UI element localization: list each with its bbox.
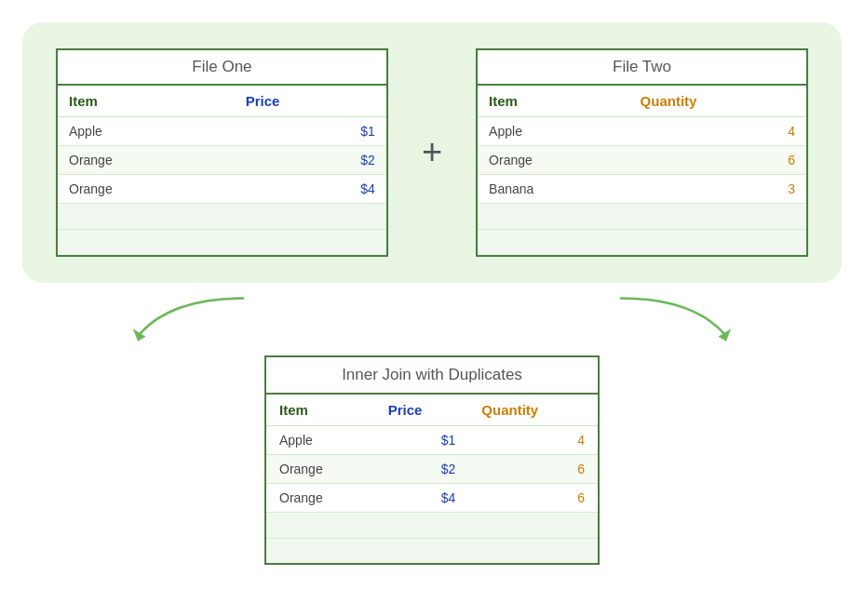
result-title-row: Inner Join with Duplicates: [265, 356, 599, 394]
r-empty-2: [375, 512, 469, 538]
f1-item-2: Orange: [57, 146, 235, 175]
r-empty-3: [468, 512, 599, 538]
table-row: [477, 230, 807, 256]
result-table: Inner Join with Duplicates Item Price Qu…: [264, 355, 600, 566]
f1-empty-1: [57, 204, 235, 230]
f1-price-2: $2: [235, 146, 387, 175]
f1-empty-3: [57, 230, 235, 256]
f2-item-1: Apple: [477, 117, 628, 146]
table-row: Apple 4: [477, 117, 807, 146]
r-empty-6: [468, 538, 599, 564]
r-qty-3: 6: [468, 483, 599, 512]
file-one-title: File One: [57, 49, 387, 85]
file-one-price-header: Price: [235, 85, 387, 117]
file-two-title-row: File Two: [477, 49, 807, 85]
f2-qty-2: 6: [629, 146, 807, 175]
arrow-section: [22, 290, 842, 355]
f2-qty-1: 4: [629, 117, 807, 146]
plus-sign: +: [422, 132, 442, 172]
result-body: Apple $1 4 Orange $2 6 Orange $4 6: [265, 425, 599, 564]
f1-empty-2: [235, 204, 387, 230]
result-table-wrapper: Inner Join with Duplicates Item Price Qu…: [264, 355, 600, 566]
table-row: [57, 230, 387, 256]
file-two-title: File Two: [477, 49, 807, 85]
f2-item-2: Orange: [477, 146, 628, 175]
f1-price-3: $4: [235, 175, 387, 204]
file-one-title-row: File One: [57, 49, 387, 85]
r-price-1: $1: [375, 425, 469, 454]
r-price-2: $2: [375, 454, 469, 483]
f1-item-3: Orange: [57, 175, 235, 204]
table-row: [477, 204, 807, 230]
file-one-body: Apple $1 Orange $2 Orange $4: [57, 117, 387, 256]
f2-item-3: Banana: [477, 175, 628, 204]
r-item-3: Orange: [265, 483, 375, 512]
table-row: Banana 3: [477, 175, 807, 204]
f1-item-1: Apple: [57, 117, 235, 146]
r-empty-5: [375, 538, 469, 564]
result-item-header: Item: [265, 394, 375, 426]
r-empty-4: [265, 538, 375, 564]
f2-empty-2: [629, 204, 807, 230]
file-one-table: File One Item Price Apple $1 Orange $2 O…: [56, 48, 388, 257]
top-section: File One Item Price Apple $1 Orange $2 O…: [22, 22, 842, 283]
table-row: Orange $4 6: [265, 483, 599, 512]
file-two-wrapper: File Two Item Quantity Apple 4 Orange 6 …: [476, 48, 808, 257]
file-two-header-row: Item Quantity: [477, 85, 807, 117]
r-qty-1: 4: [468, 425, 599, 454]
table-row: [265, 538, 599, 564]
result-quantity-header: Quantity: [468, 394, 599, 426]
table-row: [265, 512, 599, 538]
file-one-item-header: Item: [57, 85, 235, 117]
r-price-3: $4: [375, 483, 469, 512]
result-header-row: Item Price Quantity: [265, 394, 599, 426]
table-row: Apple $1: [57, 117, 387, 146]
table-row: Apple $1 4: [265, 425, 599, 454]
file-two-item-header: Item: [477, 85, 628, 117]
table-row: [57, 204, 387, 230]
left-arrow-icon: [78, 290, 264, 346]
bottom-section: Inner Join with Duplicates Item Price Qu…: [22, 355, 842, 566]
r-qty-2: 6: [468, 454, 599, 483]
f2-empty-1: [477, 204, 628, 230]
file-two-body: Apple 4 Orange 6 Banana 3: [477, 117, 807, 256]
table-row: Orange $2 6: [265, 454, 599, 483]
table-row: Orange 6: [477, 146, 807, 175]
file-two-table: File Two Item Quantity Apple 4 Orange 6 …: [476, 48, 808, 257]
result-price-header: Price: [375, 394, 469, 426]
file-two-quantity-header: Quantity: [629, 85, 807, 117]
result-title: Inner Join with Duplicates: [265, 356, 599, 394]
r-empty-1: [265, 512, 375, 538]
r-item-1: Apple: [265, 425, 375, 454]
file-one-wrapper: File One Item Price Apple $1 Orange $2 O…: [56, 48, 388, 257]
f2-qty-3: 3: [629, 175, 807, 204]
right-arrow-icon: [600, 290, 786, 346]
f1-price-1: $1: [235, 117, 387, 146]
table-row: Orange $4: [57, 175, 387, 204]
f1-empty-4: [235, 230, 387, 256]
table-row: Orange $2: [57, 146, 387, 175]
f2-empty-4: [629, 230, 807, 256]
r-item-2: Orange: [265, 454, 375, 483]
f2-empty-3: [477, 230, 628, 256]
file-one-header-row: Item Price: [57, 85, 387, 117]
